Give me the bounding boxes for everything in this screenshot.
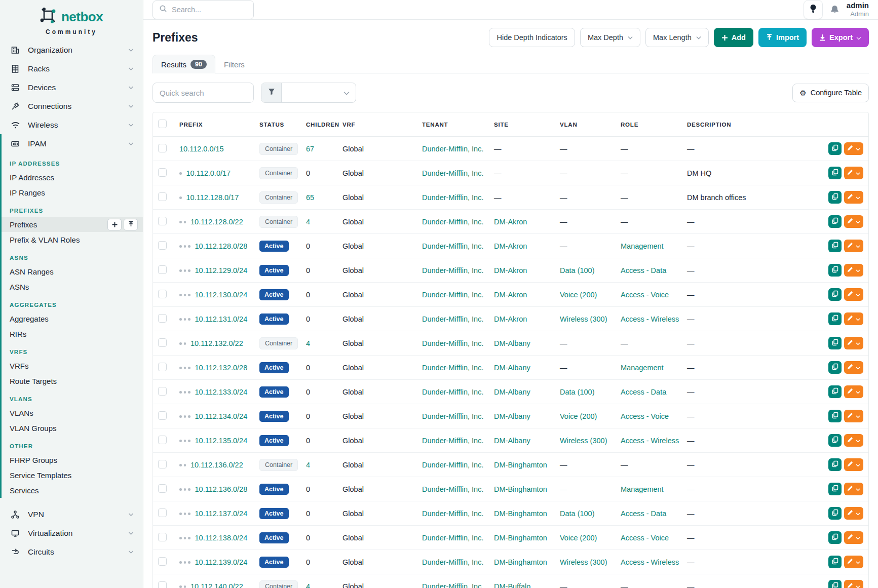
- tenant-link[interactable]: Dunder-Mifflin, Inc.: [422, 364, 483, 372]
- edit-split-button[interactable]: [844, 361, 863, 374]
- prefix-link[interactable]: 10.112.131.0/24: [195, 315, 248, 323]
- select-all-checkbox[interactable]: [158, 120, 167, 128]
- tenant-link[interactable]: Dunder-Mifflin, Inc.: [422, 388, 483, 396]
- prefix-link[interactable]: 10.112.138.0/24: [195, 534, 248, 542]
- prefix-link[interactable]: 10.112.140.0/22: [190, 582, 243, 588]
- clone-button[interactable]: [828, 191, 842, 204]
- tenant-link[interactable]: Dunder-Mifflin, Inc.: [422, 169, 483, 177]
- row-checkbox[interactable]: [158, 460, 167, 468]
- sidebar-item-vlan-groups[interactable]: VLAN Groups: [2, 420, 143, 436]
- row-checkbox[interactable]: [158, 241, 167, 250]
- brand-logo[interactable]: netbox Community: [0, 0, 143, 41]
- clone-button[interactable]: [828, 264, 842, 277]
- children-link[interactable]: 4: [306, 582, 310, 588]
- tenant-link[interactable]: Dunder-Mifflin, Inc.: [422, 558, 483, 566]
- filter-funnel-button[interactable]: [261, 83, 282, 102]
- row-checkbox[interactable]: [158, 581, 167, 588]
- column-header-vlan[interactable]: VLAN: [555, 112, 616, 137]
- edit-split-button[interactable]: [844, 556, 863, 568]
- children-link[interactable]: 65: [306, 193, 314, 202]
- edit-split-button[interactable]: [844, 264, 863, 277]
- edit-split-button[interactable]: [844, 385, 863, 398]
- prefix-link[interactable]: 10.112.139.0/24: [195, 558, 248, 566]
- prefix-link[interactable]: 10.112.132.0/22: [190, 339, 243, 347]
- edit-split-button[interactable]: [844, 458, 863, 471]
- tenant-link[interactable]: Dunder-Mifflin, Inc.: [422, 266, 483, 275]
- tab-filters[interactable]: Filters: [215, 55, 253, 73]
- sidebar-item-circuits[interactable]: Circuits: [0, 542, 143, 561]
- children-link[interactable]: 67: [306, 145, 314, 153]
- clone-button[interactable]: [828, 531, 842, 544]
- clone-button[interactable]: [828, 312, 842, 325]
- prefix-link[interactable]: 10.112.128.0/17: [186, 193, 239, 202]
- clone-button[interactable]: [828, 410, 842, 422]
- children-link[interactable]: 4: [306, 339, 310, 347]
- clone-button[interactable]: [828, 142, 842, 155]
- export-dropdown-button[interactable]: Export: [812, 28, 869, 47]
- sidebar-item-vpn[interactable]: VPN: [0, 505, 143, 524]
- quick-search-input[interactable]: [152, 83, 254, 103]
- column-header-status[interactable]: STATUS: [254, 112, 301, 137]
- row-checkbox[interactable]: [158, 290, 167, 298]
- column-header-vrf[interactable]: VRF: [337, 112, 417, 137]
- prefix-link[interactable]: 10.112.130.0/24: [195, 291, 248, 299]
- clone-button[interactable]: [828, 458, 842, 471]
- clone-button[interactable]: [828, 507, 842, 520]
- prefix-link[interactable]: 10.112.129.0/24: [195, 266, 248, 275]
- max-depth-dropdown[interactable]: Max Depth: [580, 28, 640, 47]
- row-checkbox[interactable]: [158, 557, 167, 566]
- column-header-children[interactable]: CHILDREN: [301, 112, 337, 137]
- sidebar-item-vlans[interactable]: VLANs: [2, 405, 143, 420]
- edit-split-button[interactable]: [844, 312, 863, 325]
- sidebar-item-route-targets[interactable]: Route Targets: [2, 373, 143, 388]
- sidebar-item-wireless[interactable]: Wireless: [0, 115, 143, 134]
- tenant-link[interactable]: Dunder-Mifflin, Inc.: [422, 509, 483, 518]
- edit-split-button[interactable]: [844, 191, 863, 204]
- tenant-link[interactable]: Dunder-Mifflin, Inc.: [422, 534, 483, 542]
- row-checkbox[interactable]: [158, 363, 167, 371]
- row-checkbox[interactable]: [158, 484, 167, 493]
- tenant-link[interactable]: Dunder-Mifflin, Inc.: [422, 461, 483, 469]
- edit-split-button[interactable]: [844, 215, 863, 228]
- sidebar-item-service-templates[interactable]: Service Templates: [2, 467, 143, 483]
- prefix-link[interactable]: 10.112.137.0/24: [195, 509, 248, 518]
- configure-table-button[interactable]: ⚙ Configure Table: [792, 84, 869, 102]
- row-checkbox[interactable]: [158, 168, 167, 177]
- tenant-link[interactable]: Dunder-Mifflin, Inc.: [422, 315, 483, 323]
- sidebar-item-fhrp-groups[interactable]: FHRP Groups: [2, 452, 143, 467]
- clone-button[interactable]: [828, 580, 842, 588]
- add-button[interactable]: Add: [714, 28, 753, 47]
- column-header-prefix[interactable]: PREFIX: [174, 112, 254, 137]
- tenant-link[interactable]: Dunder-Mifflin, Inc.: [422, 193, 483, 202]
- sidebar-item-prefix-vlan-roles[interactable]: Prefix & VLAN Roles: [2, 232, 143, 247]
- edit-split-button[interactable]: [844, 142, 863, 155]
- edit-split-button[interactable]: [844, 240, 863, 252]
- column-header-description[interactable]: DESCRIPTION: [682, 112, 820, 137]
- sidebar-item-ipam[interactable]: IPAM: [2, 134, 143, 153]
- row-checkbox[interactable]: [158, 314, 167, 323]
- theme-toggle-button[interactable]: [804, 0, 823, 19]
- sidebar-item-aggregates[interactable]: Aggregates: [2, 311, 143, 326]
- sidebar-item-devices[interactable]: Devices: [0, 78, 143, 97]
- prefix-link[interactable]: 10.112.135.0/24: [195, 437, 248, 445]
- sidebar-item-vrfs[interactable]: VRFs: [2, 358, 143, 373]
- row-checkbox[interactable]: [158, 411, 167, 420]
- row-checkbox[interactable]: [158, 144, 167, 152]
- sidebar-item-rirs[interactable]: RIRs: [2, 326, 143, 341]
- sidebar-item-organization[interactable]: Organization: [0, 41, 143, 59]
- clone-button[interactable]: [828, 361, 842, 374]
- prefix-link[interactable]: 10.112.128.0/22: [190, 218, 243, 226]
- import-button[interactable]: Import: [758, 28, 807, 47]
- clone-button[interactable]: [828, 337, 842, 349]
- row-checkbox[interactable]: [158, 265, 167, 274]
- edit-split-button[interactable]: [844, 288, 863, 301]
- prefix-link[interactable]: 10.112.133.0/24: [195, 388, 248, 396]
- clone-button[interactable]: [828, 215, 842, 228]
- clone-button[interactable]: [828, 385, 842, 398]
- notifications-bell-icon[interactable]: [830, 5, 839, 15]
- row-checkbox[interactable]: [158, 436, 167, 444]
- sidebar-item-racks[interactable]: Racks: [0, 59, 143, 78]
- tenant-link[interactable]: Dunder-Mifflin, Inc.: [422, 485, 483, 493]
- prefix-link[interactable]: 10.112.134.0/24: [195, 412, 248, 420]
- clone-button[interactable]: [828, 240, 842, 252]
